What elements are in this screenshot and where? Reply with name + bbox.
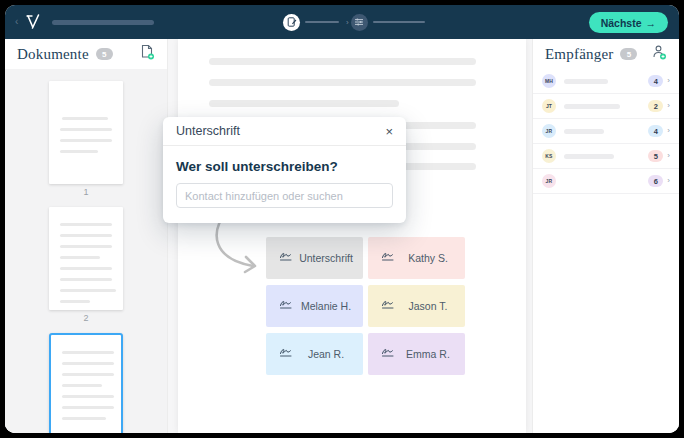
recipient-row[interactable]: JR 6 ›: [533, 169, 679, 194]
signature-field-grid: Unterschrift Kathy S. Mela: [266, 237, 465, 375]
signature-field-melanie[interactable]: Melanie H.: [266, 285, 363, 327]
step-connector: [373, 21, 425, 23]
signature-field-label: Kathy S.: [397, 252, 459, 264]
contact-search-input[interactable]: [176, 183, 393, 208]
recipient-row[interactable]: MH 4 ›: [533, 69, 679, 94]
chevron-right-icon[interactable]: ›: [667, 102, 670, 110]
modal-body: Wer soll unterschreiben?: [163, 146, 406, 223]
text-placeholder-line: [209, 79, 476, 86]
avatar: JT: [542, 99, 556, 113]
avatar: JR: [542, 124, 556, 138]
text-placeholder-line: [209, 100, 399, 107]
progress-steps: ›: [283, 5, 430, 39]
page-number: 1: [5, 184, 167, 200]
signature-scribble-icon: [380, 297, 397, 315]
page-thumbnail-2[interactable]: [49, 207, 123, 310]
recipients-header: Empfänger 5: [533, 39, 679, 69]
documents-count-badge: 5: [96, 48, 113, 60]
document-canvas: Unterschrift Kathy S. Mela: [168, 39, 532, 433]
recipients-panel: Empfänger 5 MH 4 ›: [532, 39, 679, 433]
signature-scribble-icon: [380, 345, 397, 363]
modal-title: Unterschrift: [176, 124, 240, 138]
recipient-row[interactable]: JR 4 ›: [533, 119, 679, 144]
close-icon[interactable]: ×: [385, 125, 393, 138]
document-title-placeholder: [52, 20, 154, 25]
signature-scribble-icon: [278, 249, 295, 267]
signature-field-label: Unterschrift: [295, 252, 357, 264]
chevron-right-icon[interactable]: ›: [667, 152, 670, 160]
signing-app: ‹ ›: [5, 5, 679, 433]
next-button[interactable]: Nächste →: [589, 12, 668, 33]
add-document-icon[interactable]: [140, 44, 155, 64]
signature-scribble-icon: [278, 345, 295, 363]
brand-logo-icon[interactable]: [25, 13, 43, 34]
signature-field-label: Melanie H.: [295, 300, 357, 312]
step-prepare-icon[interactable]: [283, 14, 300, 31]
signature-field-emma[interactable]: Emma R.: [368, 333, 465, 375]
field-count-badge: 6: [648, 175, 663, 187]
documents-header: Dokumente 5: [5, 39, 167, 69]
signature-field-label: Jason T.: [397, 300, 459, 312]
modal-header: Unterschrift ×: [163, 117, 406, 146]
documents-panel: Dokumente 5: [5, 39, 168, 433]
back-chevron-icon[interactable]: ‹: [15, 17, 18, 27]
recipient-name-placeholder: [564, 154, 614, 159]
signature-field-label: Emma R.: [397, 348, 459, 360]
page-thumbnail-1[interactable]: [49, 81, 123, 184]
chevron-right-icon[interactable]: ›: [667, 127, 670, 135]
document-page: Unterschrift Kathy S. Mela: [178, 39, 526, 433]
step-settings-icon[interactable]: [351, 14, 368, 31]
avatar: JR: [542, 174, 556, 188]
page-thumbnails: 1 2: [5, 69, 167, 433]
field-count-badge: 4: [648, 125, 663, 137]
page-number: 2: [5, 310, 167, 326]
add-recipient-icon[interactable]: [652, 44, 667, 64]
top-bar: ‹ ›: [5, 5, 679, 39]
field-count-badge: 2: [648, 100, 663, 112]
signature-field-unterschrift[interactable]: Unterschrift: [266, 237, 363, 279]
step-connector: [305, 21, 339, 23]
arrow-right-icon: →: [646, 17, 657, 29]
signature-field-jean[interactable]: Jean R.: [266, 333, 363, 375]
modal-question: Wer soll unterschreiben?: [176, 159, 393, 174]
recipient-name-placeholder: [564, 129, 604, 134]
next-button-label: Nächste: [601, 17, 642, 29]
signature-field-jason[interactable]: Jason T.: [368, 285, 465, 327]
field-count-badge: 5: [648, 150, 663, 162]
step-separator-icon: ›: [346, 18, 349, 27]
chevron-right-icon[interactable]: ›: [667, 177, 670, 185]
main-area: Dokumente 5: [5, 39, 679, 433]
signature-field-kathy[interactable]: Kathy S.: [368, 237, 465, 279]
recipients-count-badge: 5: [620, 48, 637, 60]
recipient-name-placeholder: [564, 104, 620, 109]
signature-scribble-icon: [278, 297, 295, 315]
recipients-title: Empfänger: [545, 46, 613, 63]
field-count-badge: 4: [648, 75, 663, 87]
page-thumbnail-3-selected[interactable]: [49, 333, 123, 433]
recipient-row[interactable]: KS 5 ›: [533, 144, 679, 169]
signature-modal: Unterschrift × Wer soll unterschreiben?: [163, 117, 406, 223]
avatar: MH: [542, 74, 556, 88]
signature-field-label: Jean R.: [295, 348, 357, 360]
documents-title: Dokumente: [17, 46, 89, 63]
text-placeholder-line: [209, 58, 476, 65]
app-window: ‹ ›: [0, 0, 684, 438]
recipient-row[interactable]: JT 2 ›: [533, 94, 679, 119]
recipient-name-placeholder: [564, 79, 608, 84]
avatar: KS: [542, 149, 556, 163]
signature-scribble-icon: [380, 249, 397, 267]
chevron-right-icon[interactable]: ›: [667, 77, 670, 85]
